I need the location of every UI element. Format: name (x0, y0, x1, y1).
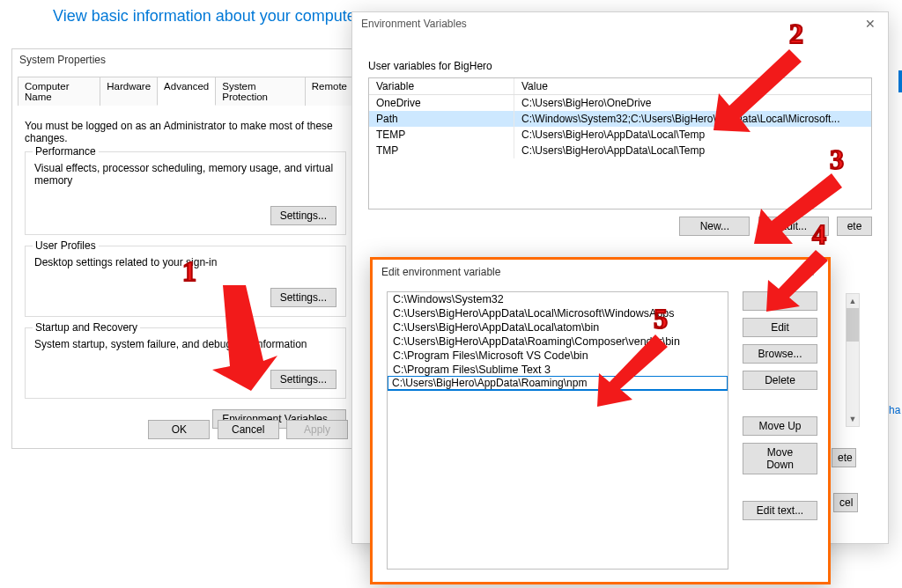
path-item[interactable] (388, 377, 728, 391)
env-row-path[interactable]: PathC:\Windows\System32;C:\Users\BigHero… (369, 111, 871, 127)
link-partial[interactable]: ha (889, 404, 900, 416)
path-item[interactable]: C:\Users\BigHero\AppData\Local\atom\bin (388, 320, 728, 334)
profiles-settings-button[interactable]: Settings... (270, 288, 336, 307)
edit-user-var-button[interactable]: Edit... (758, 217, 829, 236)
path-item[interactable]: C:\Users\BigHero\AppData\Roaming\Compose… (388, 334, 728, 349)
path-browse-button[interactable]: Browse... (743, 344, 817, 364)
path-movedown-button[interactable]: Move Down (743, 443, 817, 474)
group-performance-legend: Performance (33, 145, 99, 158)
sysprops-tabs: Computer Name Hardware Advanced System P… (18, 76, 353, 106)
delete-button-partial[interactable]: ete (832, 448, 856, 467)
user-variables-label: User variables for BigHero (368, 60, 872, 72)
group-profiles-legend: User Profiles (33, 239, 99, 252)
group-profiles: User Profiles Desktop settings related t… (25, 246, 346, 317)
path-item[interactable]: C:\Windows\System32 (388, 292, 728, 306)
admin-note: You must be logged on as an Administrato… (25, 120, 346, 144)
path-edittext-button[interactable]: Edit text... (743, 501, 817, 520)
tab-hardware[interactable]: Hardware (100, 77, 158, 106)
ok-button[interactable]: OK (148, 420, 210, 439)
env-row-value: C:\Users\BigHero\AppData\Local\Temp (514, 127, 871, 143)
apply-button: Apply (286, 420, 348, 439)
env-row-value: C:\Users\BigHero\OneDrive (514, 95, 871, 111)
env-row-variable: OneDrive (369, 95, 514, 111)
startup-settings-button[interactable]: Settings... (270, 370, 336, 389)
path-edit-input[interactable] (388, 376, 728, 390)
cancel-button[interactable]: Cancel (218, 420, 279, 439)
path-delete-button[interactable]: Delete (743, 371, 817, 390)
system-properties-dialog: System Properties Computer Name Hardware… (11, 48, 359, 449)
tab-advanced[interactable]: Advanced (157, 77, 216, 106)
cancel-button-partial[interactable]: cel (833, 493, 858, 512)
edit-env-variable-dialog: Edit environment variable ✕ C:\Windows\S… (370, 257, 831, 584)
tab-system-protection[interactable]: System Protection (215, 77, 306, 106)
user-variables-list[interactable]: Variable Value OneDriveC:\Users\BigHero\… (368, 77, 872, 209)
env-row-tmp[interactable]: TMPC:\Users\BigHero\AppData\Local\Temp (369, 143, 871, 158)
env-row-temp[interactable]: TEMPC:\Users\BigHero\AppData\Local\Temp (369, 127, 871, 143)
env-row-variable: TMP (369, 143, 514, 158)
envvars-title: Environment Variables (361, 18, 467, 30)
group-startup-text: System startup, system failure, and debu… (34, 338, 336, 350)
sidebar-accent (898, 70, 902, 92)
group-profiles-text: Desktop settings related to your sign-in (34, 256, 336, 268)
col-value[interactable]: Value (514, 78, 871, 94)
env-row-value: C:\Windows\System32;C:\Users\BigHero\App… (514, 111, 871, 127)
tab-body-advanced: You must be logged on as an Administrato… (12, 106, 359, 437)
group-startup: Startup and Recovery System startup, sys… (25, 327, 346, 399)
editenv-title: Edit environment variable (381, 266, 500, 278)
path-item[interactable]: C:\Program Files\Sublime Text 3 (388, 363, 728, 377)
close-icon[interactable]: ✕ (861, 17, 879, 31)
performance-settings-button[interactable]: Settings... (270, 206, 336, 225)
env-row-onedrive[interactable]: OneDriveC:\Users\BigHero\OneDrive (369, 95, 871, 111)
tab-computer-name[interactable]: Computer Name (18, 77, 100, 106)
group-performance-text: Visual effects, processor scheduling, me… (34, 162, 336, 187)
path-list[interactable]: C:\Windows\System32C:\Users\BigHero\AppD… (387, 291, 728, 570)
scrollbar[interactable]: ▲ ▼ (846, 293, 860, 427)
env-row-variable: TEMP (369, 127, 514, 143)
new-user-var-button[interactable]: New... (679, 217, 750, 236)
sysprops-dialog-buttons: OK Cancel Apply (144, 420, 348, 439)
path-item[interactable]: C:\Program Files\Microsoft VS Code\bin (388, 349, 728, 363)
col-variable[interactable]: Variable (369, 78, 514, 94)
delete-user-var-button[interactable]: ete (837, 217, 872, 236)
tab-remote[interactable]: Remote (305, 77, 354, 106)
path-edit-button[interactable]: Edit (743, 318, 817, 337)
list-header: Variable Value (369, 78, 871, 95)
env-row-value: C:\Users\BigHero\AppData\Local\Temp (514, 143, 871, 158)
sysprops-title: System Properties (12, 49, 359, 70)
path-moveup-button[interactable]: Move Up (743, 416, 817, 436)
group-startup-legend: Startup and Recovery (33, 321, 140, 334)
env-row-variable: Path (369, 111, 514, 127)
path-new-button[interactable]: New (743, 291, 817, 311)
header-link[interactable]: View basic information about your comput… (53, 7, 361, 26)
close-icon[interactable]: ✕ (802, 265, 819, 279)
group-performance: Performance Visual effects, processor sc… (25, 151, 346, 235)
path-item[interactable]: C:\Users\BigHero\AppData\Local\Microsoft… (388, 306, 728, 320)
editenv-buttons: New Edit Browse... Delete Move Up Move D… (743, 291, 817, 570)
